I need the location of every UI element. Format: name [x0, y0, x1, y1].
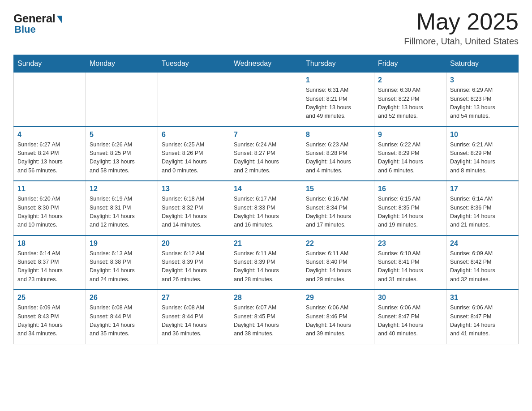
day-info: Sunrise: 6:15 AM Sunset: 8:35 PM Dayligh… [378, 195, 442, 230]
day-info: Sunrise: 6:06 AM Sunset: 8:47 PM Dayligh… [378, 304, 442, 338]
day-of-week-header: Monday [86, 55, 158, 73]
day-info: Sunrise: 6:23 AM Sunset: 8:28 PM Dayligh… [306, 141, 370, 176]
day-number: 15 [306, 185, 370, 193]
day-info: Sunrise: 6:09 AM Sunset: 8:43 PM Dayligh… [17, 304, 82, 338]
calendar-cell: 26Sunrise: 6:08 AM Sunset: 8:44 PM Dayli… [86, 290, 158, 344]
day-info: Sunrise: 6:16 AM Sunset: 8:34 PM Dayligh… [306, 195, 370, 230]
day-info: Sunrise: 6:20 AM Sunset: 8:30 PM Dayligh… [17, 195, 82, 230]
day-number: 30 [378, 294, 442, 302]
day-of-week-header: Wednesday [230, 55, 302, 73]
calendar-cell: 4Sunrise: 6:27 AM Sunset: 8:24 PM Daylig… [14, 127, 86, 181]
calendar-cell: 21Sunrise: 6:11 AM Sunset: 8:39 PM Dayli… [230, 235, 302, 290]
day-info: Sunrise: 6:13 AM Sunset: 8:38 PM Dayligh… [90, 249, 154, 284]
day-number: 16 [378, 185, 442, 193]
day-number: 17 [450, 185, 515, 193]
calendar-cell: 24Sunrise: 6:09 AM Sunset: 8:42 PM Dayli… [446, 235, 519, 290]
day-info: Sunrise: 6:08 AM Sunset: 8:44 PM Dayligh… [162, 304, 226, 338]
day-of-week-header: Saturday [446, 55, 519, 73]
location-text: Fillmore, Utah, United States [404, 36, 519, 47]
day-of-week-header: Sunday [14, 55, 86, 73]
calendar-cell: 23Sunrise: 6:10 AM Sunset: 8:41 PM Dayli… [374, 235, 446, 290]
calendar-table: SundayMondayTuesdayWednesdayThursdayFrid… [13, 55, 519, 344]
calendar-cell: 12Sunrise: 6:19 AM Sunset: 8:31 PM Dayli… [86, 181, 158, 235]
calendar-cell: 11Sunrise: 6:20 AM Sunset: 8:30 PM Dayli… [14, 181, 86, 235]
calendar-cell: 27Sunrise: 6:08 AM Sunset: 8:44 PM Dayli… [158, 290, 230, 344]
day-of-week-header: Thursday [302, 55, 374, 73]
day-number: 29 [306, 294, 370, 302]
day-info: Sunrise: 6:06 AM Sunset: 8:46 PM Dayligh… [306, 304, 370, 338]
calendar-cell: 3Sunrise: 6:29 AM Sunset: 8:23 PM Daylig… [446, 73, 519, 127]
day-number: 3 [450, 76, 515, 84]
day-info: Sunrise: 6:10 AM Sunset: 8:41 PM Dayligh… [378, 249, 442, 284]
day-info: Sunrise: 6:26 AM Sunset: 8:25 PM Dayligh… [90, 141, 154, 176]
calendar-cell: 7Sunrise: 6:24 AM Sunset: 8:27 PM Daylig… [230, 127, 302, 181]
logo: General Blue [13, 12, 62, 35]
day-info: Sunrise: 6:18 AM Sunset: 8:32 PM Dayligh… [162, 195, 226, 230]
day-number: 20 [162, 240, 226, 248]
day-info: Sunrise: 6:07 AM Sunset: 8:45 PM Dayligh… [234, 304, 298, 338]
calendar-week-row: 11Sunrise: 6:20 AM Sunset: 8:30 PM Dayli… [14, 181, 519, 235]
day-info: Sunrise: 6:21 AM Sunset: 8:29 PM Dayligh… [450, 141, 515, 176]
calendar-cell: 10Sunrise: 6:21 AM Sunset: 8:29 PM Dayli… [446, 127, 519, 181]
day-info: Sunrise: 6:29 AM Sunset: 8:23 PM Dayligh… [450, 86, 515, 121]
logo-arrow-icon [57, 16, 62, 24]
day-info: Sunrise: 6:27 AM Sunset: 8:24 PM Dayligh… [17, 141, 82, 176]
day-info: Sunrise: 6:12 AM Sunset: 8:39 PM Dayligh… [162, 249, 226, 284]
title-area: May 2025 Fillmore, Utah, United States [404, 9, 519, 47]
day-number: 7 [234, 131, 298, 139]
day-number: 6 [162, 131, 226, 139]
day-info: Sunrise: 6:06 AM Sunset: 8:47 PM Dayligh… [450, 304, 515, 338]
day-number: 25 [17, 294, 82, 302]
calendar-cell: 18Sunrise: 6:14 AM Sunset: 8:37 PM Dayli… [14, 235, 86, 290]
day-info: Sunrise: 6:11 AM Sunset: 8:40 PM Dayligh… [306, 249, 370, 284]
calendar-cell: 13Sunrise: 6:18 AM Sunset: 8:32 PM Dayli… [158, 181, 230, 235]
day-number: 24 [450, 240, 515, 248]
day-info: Sunrise: 6:22 AM Sunset: 8:29 PM Dayligh… [378, 141, 442, 176]
calendar-cell: 30Sunrise: 6:06 AM Sunset: 8:47 PM Dayli… [374, 290, 446, 344]
calendar-cell: 25Sunrise: 6:09 AM Sunset: 8:43 PM Dayli… [14, 290, 86, 344]
day-info: Sunrise: 6:24 AM Sunset: 8:27 PM Dayligh… [234, 141, 298, 176]
calendar-cell: 19Sunrise: 6:13 AM Sunset: 8:38 PM Dayli… [86, 235, 158, 290]
day-number: 22 [306, 240, 370, 248]
day-number: 14 [234, 185, 298, 193]
day-number: 2 [378, 76, 442, 84]
calendar-cell: 1Sunrise: 6:31 AM Sunset: 8:21 PM Daylig… [302, 73, 374, 127]
calendar-cell: 8Sunrise: 6:23 AM Sunset: 8:28 PM Daylig… [302, 127, 374, 181]
calendar-cell: 5Sunrise: 6:26 AM Sunset: 8:25 PM Daylig… [86, 127, 158, 181]
calendar-cell: 29Sunrise: 6:06 AM Sunset: 8:46 PM Dayli… [302, 290, 374, 344]
day-info: Sunrise: 6:25 AM Sunset: 8:26 PM Dayligh… [162, 141, 226, 176]
calendar-week-row: 1Sunrise: 6:31 AM Sunset: 8:21 PM Daylig… [14, 73, 519, 127]
calendar-cell: 31Sunrise: 6:06 AM Sunset: 8:47 PM Dayli… [446, 290, 519, 344]
day-number: 12 [90, 185, 154, 193]
calendar-cell: 17Sunrise: 6:14 AM Sunset: 8:36 PM Dayli… [446, 181, 519, 235]
day-number: 18 [17, 240, 82, 248]
calendar-cell: 14Sunrise: 6:17 AM Sunset: 8:33 PM Dayli… [230, 181, 302, 235]
day-of-week-header: Tuesday [158, 55, 230, 73]
day-number: 21 [234, 240, 298, 248]
calendar-cell: 16Sunrise: 6:15 AM Sunset: 8:35 PM Dayli… [374, 181, 446, 235]
day-number: 27 [162, 294, 226, 302]
day-info: Sunrise: 6:11 AM Sunset: 8:39 PM Dayligh… [234, 249, 298, 284]
day-info: Sunrise: 6:14 AM Sunset: 8:36 PM Dayligh… [450, 195, 515, 230]
calendar-week-row: 4Sunrise: 6:27 AM Sunset: 8:24 PM Daylig… [14, 127, 519, 181]
day-number: 5 [90, 131, 154, 139]
calendar-header-row: SundayMondayTuesdayWednesdayThursdayFrid… [14, 55, 519, 73]
day-info: Sunrise: 6:30 AM Sunset: 8:22 PM Dayligh… [378, 86, 442, 121]
calendar-cell: 15Sunrise: 6:16 AM Sunset: 8:34 PM Dayli… [302, 181, 374, 235]
day-number: 10 [450, 131, 515, 139]
calendar-cell: 20Sunrise: 6:12 AM Sunset: 8:39 PM Dayli… [158, 235, 230, 290]
day-info: Sunrise: 6:14 AM Sunset: 8:37 PM Dayligh… [17, 249, 82, 284]
day-number: 26 [90, 294, 154, 302]
day-number: 9 [378, 131, 442, 139]
page-header: General Blue May 2025 Fillmore, Utah, Un… [13, 9, 519, 47]
calendar-cell [86, 73, 158, 127]
day-info: Sunrise: 6:08 AM Sunset: 8:44 PM Dayligh… [90, 304, 154, 338]
calendar-cell: 28Sunrise: 6:07 AM Sunset: 8:45 PM Dayli… [230, 290, 302, 344]
calendar-week-row: 25Sunrise: 6:09 AM Sunset: 8:43 PM Dayli… [14, 290, 519, 344]
calendar-cell [158, 73, 230, 127]
calendar-week-row: 18Sunrise: 6:14 AM Sunset: 8:37 PM Dayli… [14, 235, 519, 290]
calendar-cell: 9Sunrise: 6:22 AM Sunset: 8:29 PM Daylig… [374, 127, 446, 181]
day-info: Sunrise: 6:31 AM Sunset: 8:21 PM Dayligh… [306, 86, 370, 121]
calendar-cell [230, 73, 302, 127]
day-number: 4 [17, 131, 82, 139]
